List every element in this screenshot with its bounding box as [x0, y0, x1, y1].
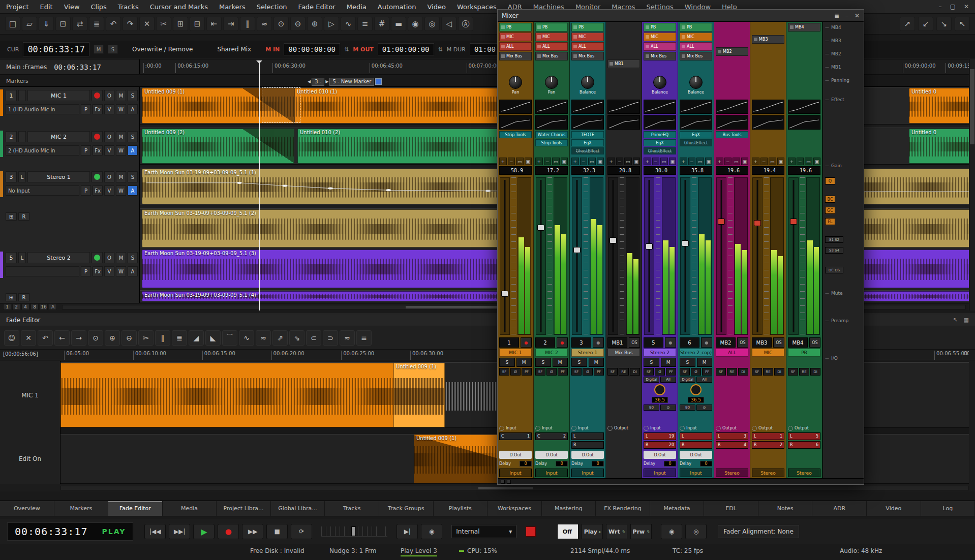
channel-option-button[interactable]: SF — [788, 368, 798, 376]
zoom-out-icon[interactable]: ⊖ — [121, 330, 137, 346]
track-fx-button[interactable]: W — [116, 104, 126, 114]
rail-item[interactable]: BC — [825, 196, 835, 203]
window-control-button[interactable]: ▢ — [950, 3, 956, 10]
bottom-tab[interactable]: Overview — [0, 501, 54, 516]
track-state-button[interactable]: O — [104, 252, 114, 263]
zoom-preset-button[interactable]: A — [49, 304, 57, 310]
menu-item[interactable]: Edit — [40, 3, 52, 11]
rail-item[interactable]: I/O — [825, 356, 862, 361]
bus-assign-button[interactable]: MB1 — [607, 59, 640, 68]
track-fx-button[interactable]: P — [81, 185, 91, 196]
menu-item[interactable]: Fade Editor — [298, 3, 336, 11]
channel-name[interactable]: PB — [788, 349, 820, 357]
bottom-tab[interactable]: Global Libra... — [271, 501, 325, 516]
delay-value[interactable]: 0 — [520, 461, 532, 466]
all-label[interactable]: All — [696, 377, 712, 383]
insert-tool-button[interactable]: ▭ — [733, 158, 740, 165]
scroll-thumb[interactable] — [970, 69, 974, 145]
track-fx-button[interactable]: V — [104, 104, 114, 114]
mark-out-time[interactable]: 01:00:00:00 — [378, 43, 434, 55]
track-fx-button[interactable]: A — [128, 104, 138, 114]
trim-left-icon[interactable]: ⇤ — [206, 17, 222, 31]
menu-item[interactable]: Clips — [91, 3, 107, 11]
track-channel-mode[interactable]: L — [18, 252, 26, 263]
menu-item[interactable]: Selection — [257, 3, 287, 11]
track-fx-button[interactable]: W — [116, 185, 126, 196]
record-os-button[interactable]: ● — [593, 337, 604, 348]
channel-option-button[interactable]: SF — [607, 368, 618, 376]
insert-tool-button[interactable]: − — [724, 158, 732, 165]
rail-item[interactable]: Q — [825, 177, 835, 184]
record-os-button[interactable]: ● — [665, 337, 676, 348]
direct-out-button[interactable]: D.Out — [644, 451, 676, 459]
insert-tool-button[interactable]: − — [760, 158, 768, 165]
insert-tool-button[interactable]: ▣ — [597, 158, 604, 165]
insert-tool-button[interactable]: ▣ — [669, 158, 677, 165]
bus-assign-button[interactable]: PB — [571, 23, 604, 32]
insert-tool-button[interactable]: + — [716, 158, 723, 165]
track-group-row[interactable]: ⊞R — [0, 292, 140, 302]
automation-mode-button[interactable]: Off — [557, 524, 578, 539]
snapshot-recall-button[interactable]: ◎ — [685, 524, 707, 539]
copy-icon[interactable]: ⊞ — [173, 17, 188, 31]
strip-type-button[interactable]: Stereo — [752, 469, 784, 477]
fader-thumb[interactable] — [501, 291, 508, 297]
track-state-button[interactable]: S — [128, 171, 138, 182]
fader-thumb[interactable] — [610, 237, 617, 243]
speaker-icon[interactable]: ◁ — [441, 17, 456, 31]
dynamics-curve-display[interactable] — [788, 115, 820, 130]
mix-mode-label[interactable]: Shared Mix — [217, 46, 251, 53]
list-icon[interactable]: ≣ — [172, 330, 187, 346]
fade-in-icon[interactable]: ◣ — [205, 330, 221, 346]
channel-name[interactable]: Stereo 2 — [644, 349, 676, 357]
window-control-button[interactable]: ✕ — [964, 3, 969, 10]
channel-number[interactable]: 5 — [644, 337, 663, 348]
insert-tool-button[interactable]: ▭ — [516, 158, 524, 165]
insert-tool-button[interactable]: + — [644, 158, 651, 165]
volume-fader[interactable] — [752, 177, 763, 335]
wave-icon[interactable]: ≈ — [256, 330, 271, 346]
wheel-icon[interactable]: ◉ — [408, 17, 423, 31]
solo-mute-button[interactable]: S — [571, 358, 587, 367]
grid-icon[interactable]: # — [374, 17, 389, 31]
insert-tool-button[interactable]: ▣ — [741, 158, 749, 165]
track-fx-button[interactable]: A — [128, 266, 138, 276]
menu-icon[interactable]: ≣ — [834, 12, 839, 19]
dynamics-curve-display[interactable] — [535, 115, 568, 130]
dynamics-curve-display[interactable] — [680, 115, 712, 130]
track-state-button[interactable]: S — [128, 131, 138, 142]
ruler-mode[interactable]: Main :Frames 00:06:33:17 — [0, 59, 140, 74]
zoom-preset-button[interactable]: 4 — [21, 304, 29, 310]
loop-button[interactable]: ⟳ — [291, 524, 312, 539]
fast-forward-button[interactable]: ▶▶ — [242, 524, 263, 539]
fade-out-icon[interactable]: ◢ — [189, 330, 204, 346]
mark-in-time[interactable]: 00:00:00:00 — [284, 43, 340, 55]
marker-b-label[interactable]: 5 - New Marker — [329, 78, 374, 86]
record-indicator[interactable] — [526, 526, 536, 537]
save-icon[interactable]: ⊡ — [55, 17, 71, 31]
insert-tool-button[interactable]: − — [544, 158, 552, 165]
group-icon[interactable]: ≈ — [257, 17, 272, 31]
dynamics-curve-display[interactable] — [571, 115, 604, 130]
bottom-tab[interactable]: Tracks — [325, 501, 379, 516]
fader-thumb[interactable] — [646, 243, 653, 250]
mute-chip[interactable]: M — [94, 45, 104, 54]
direct-out-button[interactable]: D.Out — [535, 451, 568, 459]
rail-item[interactable]: MB3 — [825, 38, 862, 43]
eq-curve-display[interactable] — [680, 100, 712, 114]
rail-item[interactable]: Gain — [825, 163, 862, 168]
insert-tool-button[interactable]: ▣ — [777, 158, 785, 165]
track-name[interactable]: MIC 2 — [27, 131, 90, 142]
bus-assign-button[interactable]: MB3 — [752, 35, 784, 44]
insert-tool-button[interactable]: − — [616, 158, 624, 165]
volume-fader[interactable] — [608, 177, 618, 335]
eq-curve-display[interactable] — [535, 100, 568, 114]
track-name[interactable]: Stereo 2 — [27, 252, 90, 263]
trim-right-icon[interactable]: ⇥ — [223, 17, 238, 31]
track-number[interactable]: 2 — [6, 131, 17, 142]
insert-tool-button[interactable]: − — [688, 158, 696, 165]
insert-tool-button[interactable]: ▣ — [561, 158, 568, 165]
fader-thumb[interactable] — [754, 220, 761, 226]
solo-mute-button[interactable]: M — [516, 358, 532, 367]
channel-option-button[interactable]: RE — [727, 368, 737, 376]
